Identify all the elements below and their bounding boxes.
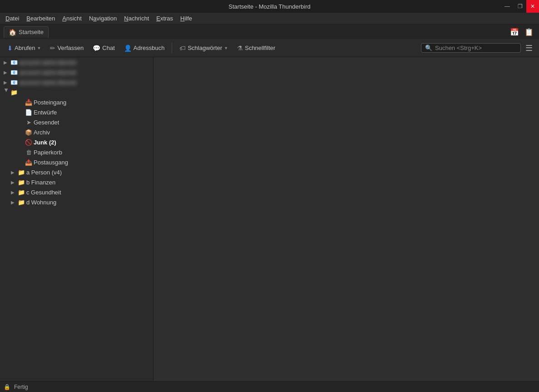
junk-icon: 🚫 xyxy=(25,138,33,146)
folder-junk[interactable]: 🚫 Junk (2) xyxy=(0,137,153,147)
chat-label: Chat xyxy=(102,45,114,51)
outbox-icon: 📤 xyxy=(25,158,33,166)
schnellfilter-label: Schnellfilter xyxy=(245,45,275,51)
entwuerfe-spacer xyxy=(16,109,24,116)
subfolder-b-finanzen[interactable]: ▶ 📁 b Finanzen xyxy=(0,177,153,187)
c-gesundheit-label: c Gesundheit xyxy=(26,189,61,196)
search-icon: 🔍 xyxy=(425,45,432,51)
status-bar: 🔒 Fertig xyxy=(0,381,539,392)
tag-icon: 🏷 xyxy=(179,45,186,52)
schlagwoerter-label: Schlagwörter xyxy=(188,45,222,51)
menu-extras[interactable]: Extras xyxy=(153,14,177,23)
posteingang-spacer xyxy=(16,99,24,106)
archiv-spacer xyxy=(16,129,24,136)
abrufen-button[interactable]: ⬇ Abrufen ▼ xyxy=(4,43,45,54)
account-4-row[interactable]: ▶ 📁 xyxy=(0,87,153,97)
abrufen-dropdown-icon[interactable]: ▼ xyxy=(37,46,41,50)
home-icon: 🏠 xyxy=(9,29,16,36)
junk-spacer xyxy=(16,139,24,146)
account-3-row[interactable]: ▶ 📧 account name blurred xyxy=(0,77,153,87)
folder-postausgang[interactable]: 📤 Postausgang xyxy=(0,157,153,167)
chat-button[interactable]: 💬 Chat xyxy=(89,43,118,54)
search-box[interactable]: 🔍 Suchen <Strg+K> xyxy=(421,43,521,53)
inbox-icon: 📥 xyxy=(25,98,33,106)
subfolder-c-gesundheit[interactable]: ▶ 📁 c Gesundheit xyxy=(0,187,153,197)
folder-d-wohnung-icon: 📁 xyxy=(17,198,25,206)
account-1-row[interactable]: ▶ 📧 account name blurred xyxy=(0,57,153,67)
d-wohnung-chevron: ▶ xyxy=(9,198,16,206)
folder-papierkorb[interactable]: 🗑 Papierkorb xyxy=(0,147,153,157)
entwuerfe-label: Entwürfe xyxy=(34,109,57,116)
menu-datei[interactable]: Datei xyxy=(2,14,23,23)
verfassen-button[interactable]: ✏ Verfassen xyxy=(46,43,87,54)
close-button[interactable]: ✕ xyxy=(526,0,539,13)
folder-b-finanzen-icon: 📁 xyxy=(17,178,25,186)
account-3-label: account name blurred xyxy=(19,79,76,86)
menu-navigation[interactable]: Navigation xyxy=(85,14,120,23)
postausgang-label: Postausgang xyxy=(34,159,68,166)
papierkorb-label: Papierkorb xyxy=(34,149,62,156)
draft-icon: 📄 xyxy=(25,108,33,116)
d-wohnung-label: d Wohnung xyxy=(26,199,56,206)
account-3-icon: 📧 xyxy=(10,78,18,86)
calendar-icon[interactable]: 📅 xyxy=(508,25,521,38)
menu-bar: Datei Bearbeiten Ansicht Navigation Nach… xyxy=(0,13,539,25)
account-1-icon: 📧 xyxy=(10,58,18,66)
maximize-button[interactable]: ❐ xyxy=(514,0,526,13)
papierkorb-spacer xyxy=(16,149,24,156)
tab-startseite[interactable]: 🏠 Startseite xyxy=(4,26,49,38)
a-person-label: a Person (v4) xyxy=(26,169,62,176)
folder-c-gesundheit-icon: 📁 xyxy=(17,188,25,196)
archive-icon: 📦 xyxy=(25,128,33,136)
sent-icon: ➤ xyxy=(25,118,33,126)
toolbar: ⬇ Abrufen ▼ ✏ Verfassen 💬 Chat 👤 Adressb… xyxy=(0,39,539,57)
account-4-chevron: ▶ xyxy=(2,89,9,96)
toolbar-menu-button[interactable]: ☰ xyxy=(523,42,535,55)
chat-icon: 💬 xyxy=(93,45,100,52)
menu-bearbeiten[interactable]: Bearbeiten xyxy=(23,14,59,23)
c-gesundheit-chevron: ▶ xyxy=(9,189,16,196)
title-bar: Startseite - Mozilla Thunderbird — ❐ ✕ xyxy=(0,0,539,13)
account-3-chevron: ▶ xyxy=(2,79,9,86)
minimize-button[interactable]: — xyxy=(501,0,514,13)
abrufen-label: Abrufen xyxy=(15,45,35,51)
adressbuch-label: Adressbuch xyxy=(134,45,165,51)
window-title: Startseite - Mozilla Thunderbird xyxy=(228,3,310,10)
filter-icon: ⚗ xyxy=(237,45,243,52)
folder-gesendet[interactable]: ➤ Gesendet xyxy=(0,117,153,127)
account-4-icon: 📁 xyxy=(10,88,18,96)
subfolder-a-person[interactable]: ▶ 📁 a Person (v4) xyxy=(0,167,153,177)
search-placeholder: Suchen <Strg+K> xyxy=(435,45,482,51)
gesendet-label: Gesendet xyxy=(34,119,59,126)
tab-startseite-label: Startseite xyxy=(19,29,44,35)
verfassen-label: Verfassen xyxy=(57,45,84,51)
toolbar-separator-1 xyxy=(172,43,172,54)
trash-icon: 🗑 xyxy=(25,148,33,156)
posteingang-label: Posteingang xyxy=(34,99,66,106)
account-1-label: account name blurred xyxy=(19,59,76,66)
schnellfilter-button[interactable]: ⚗ Schnellfilter xyxy=(233,43,279,54)
tasks-icon[interactable]: 📋 xyxy=(523,25,535,38)
menu-ansicht[interactable]: Ansicht xyxy=(59,14,85,23)
menu-hilfe[interactable]: Hilfe xyxy=(177,14,196,23)
subfolder-d-wohnung[interactable]: ▶ 📁 d Wohnung xyxy=(0,197,153,207)
gesendet-spacer xyxy=(16,119,24,126)
folder-archiv[interactable]: 📦 Archiv xyxy=(0,127,153,137)
adressbuch-button[interactable]: 👤 Adressbuch xyxy=(120,43,168,54)
menu-nachricht[interactable]: Nachricht xyxy=(120,14,153,23)
adressbuch-icon: 👤 xyxy=(124,45,132,52)
verfassen-icon: ✏ xyxy=(50,45,55,52)
folder-posteingang[interactable]: 📥 Posteingang xyxy=(0,97,153,107)
archiv-label: Archiv xyxy=(34,129,50,136)
window-controls: — ❐ ✕ xyxy=(501,0,539,13)
account-2-row[interactable]: ▶ 📧 account name blurred xyxy=(0,67,153,77)
account-2-label: account name blurred xyxy=(19,69,76,76)
folder-a-person-icon: 📁 xyxy=(17,168,25,176)
content-pane xyxy=(153,57,539,381)
folder-entwuerfe[interactable]: 📄 Entwürfe xyxy=(0,107,153,117)
main-area: ▶ 📧 account name blurred ▶ 📧 account nam… xyxy=(0,57,539,381)
schlagwoerter-button[interactable]: 🏷 Schlagwörter ▼ xyxy=(176,43,232,54)
account-2-icon: 📧 xyxy=(10,68,18,76)
tab-bar: 🏠 Startseite 📅 📋 xyxy=(0,25,539,39)
abrufen-icon: ⬇ xyxy=(7,45,13,52)
